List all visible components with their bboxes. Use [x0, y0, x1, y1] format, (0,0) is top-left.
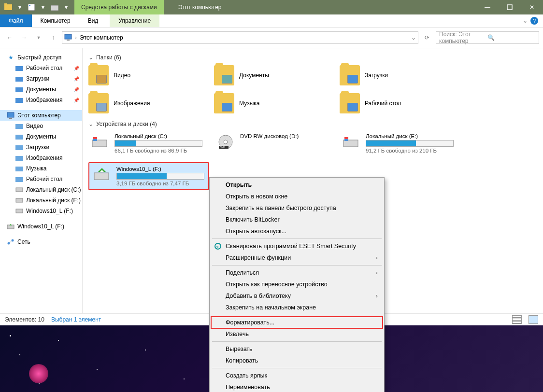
qat-more-icon[interactable]: ▾ [62, 3, 71, 12]
sidebar-item-label: Изображения [26, 97, 62, 103]
qat-dropdown2-icon[interactable]: ▾ [39, 3, 47, 12]
menu-item[interactable]: Переименовать [211, 381, 383, 392]
address-dropdown-icon[interactable]: ⌄ [411, 34, 416, 41]
ribbon-tab-computer[interactable]: Компьютер [32, 14, 79, 27]
navigation-pane: ★Быстрый доступ Рабочий стол📌Загрузки📌До… [0, 48, 83, 313]
svg-rect-7 [67, 40, 70, 41]
svg-rect-21 [16, 198, 23, 202]
svg-rect-23 [7, 225, 14, 229]
menu-item[interactable]: Вырезать [211, 343, 383, 355]
tiles-view-button[interactable] [529, 315, 538, 324]
sidebar-pc-item[interactable]: Локальный диск (E:) [0, 195, 82, 206]
menu-item[interactable]: Поделиться› [211, 267, 383, 279]
sidebar-item-label: Рабочий стол [26, 176, 62, 182]
svg-rect-12 [7, 112, 14, 117]
drive-item[interactable]: DVDDVD RW дисковод (D:) [214, 131, 335, 155]
svg-rect-15 [15, 135, 23, 140]
svg-rect-10 [15, 87, 23, 92]
library-icon [15, 122, 23, 130]
svg-rect-35 [343, 140, 358, 147]
address-bar-row: ← → ▼ ↑ › Этот компьютер ⌄ ⟳ Поиск: Этот… [0, 28, 543, 48]
menu-item[interactable]: Закрепить на панели быстрого доступа [211, 202, 383, 214]
nav-back-button[interactable]: ← [4, 32, 15, 43]
search-input[interactable]: Поиск: Этот компьютер 🔍 [436, 31, 539, 44]
menu-item[interactable]: Форматировать... [211, 317, 383, 328]
sidebar-pc-item[interactable]: Документы [0, 131, 82, 142]
folder-label: Рабочий стол [365, 100, 401, 107]
sidebar-extra-drive[interactable]: Windows10_L (F:) [0, 221, 82, 232]
sidebar-quick-item[interactable]: Рабочий стол📌 [0, 63, 82, 73]
nav-forward-button[interactable]: → [18, 32, 30, 43]
menu-item-label: Сканировать программой ESET Smart Securi… [226, 243, 356, 250]
menu-item-label: Добавить в библиотеку [226, 293, 291, 299]
folder-icon [340, 65, 360, 85]
drive-item[interactable]: Локальный диск (C:)66,1 ГБ свободно из 8… [88, 131, 209, 155]
menu-item[interactable]: Открыть [211, 179, 383, 191]
folders-group-header[interactable]: ⌄Папки (6) [88, 54, 537, 61]
menu-item[interactable]: Добавить в библиотеку› [211, 290, 383, 302]
menu-separator [212, 315, 382, 315]
help-icon[interactable]: ? [530, 17, 538, 25]
menu-item-label: Открыть как переносное устройство [226, 281, 328, 288]
sidebar-pc-item[interactable]: Музыка [0, 163, 82, 174]
properties-icon[interactable] [27, 3, 36, 12]
folder-item[interactable]: Документы [214, 65, 335, 86]
svg-rect-14 [15, 124, 23, 129]
refresh-button[interactable]: ⟳ [421, 32, 433, 43]
menu-item[interactable]: Копировать [211, 355, 383, 366]
menu-item[interactable]: Расширенные функции› [211, 252, 383, 264]
menu-item[interactable]: Извлечь [211, 328, 383, 340]
sidebar-network[interactable]: Сеть [0, 237, 82, 247]
menu-item-label: Открыть в новом окне [226, 193, 287, 200]
details-view-button[interactable] [512, 315, 522, 324]
sidebar-pc-item[interactable]: Windows10_L (F:) [0, 206, 82, 216]
menu-item[interactable]: Включить BitLocker [211, 214, 383, 225]
qat-dropdown-icon[interactable]: ▾ [15, 3, 24, 12]
close-button[interactable]: ✕ [521, 0, 543, 14]
menu-item[interactable]: Открыть автозапуск... [211, 225, 383, 237]
sidebar-pc-item[interactable]: Видео [0, 121, 82, 131]
menu-item[interactable]: Открыть в новом окне [211, 191, 383, 202]
menu-item[interactable]: Создать ярлык [211, 370, 383, 381]
folder-item[interactable]: Рабочий стол [340, 93, 460, 114]
minimize-button[interactable]: — [476, 0, 499, 14]
new-folder-icon[interactable] [50, 3, 59, 12]
menu-item[interactable]: Открыть как переносное устройство [211, 279, 383, 290]
menu-item[interactable]: Закрепить на начальном экране [211, 302, 383, 313]
drives-group-header[interactable]: ⌄Устройства и диски (4) [88, 121, 537, 127]
folder-item[interactable]: Музыка [214, 93, 335, 114]
drive-name: DVD RW дисковод (D:) [240, 133, 333, 139]
pin-icon: 📌 [73, 98, 79, 103]
folder-item[interactable]: Загрузки [340, 65, 460, 86]
drive-item[interactable]: Локальный диск (E:)91,2 ГБ свободно из 2… [340, 131, 460, 155]
library-icon [15, 133, 23, 140]
ribbon-expand-icon[interactable]: ⌄ [523, 17, 528, 24]
sidebar-quick-access[interactable]: ★Быстрый доступ [0, 52, 82, 63]
nav-up-button[interactable]: ↑ [47, 32, 59, 43]
nav-recent-dropdown[interactable]: ▼ [33, 32, 44, 43]
sidebar-pc-item[interactable]: Изображения [0, 153, 82, 163]
ribbon-tab-file[interactable]: Файл [0, 14, 32, 27]
folder-icon [15, 64, 23, 72]
address-bar[interactable]: › Этот компьютер ⌄ [62, 31, 418, 44]
drive-free-space: 66,1 ГБ свободно из 86,9 ГБ [114, 148, 207, 154]
drive-item[interactable]: Windows10_L (F:)3,19 ГБ свободно из 7,47… [88, 162, 209, 190]
ribbon-tab-manage[interactable]: Управление [110, 14, 159, 27]
sidebar-pc-item[interactable]: Рабочий стол [0, 174, 82, 184]
menu-item[interactable]: eСканировать программой ESET Smart Secur… [211, 240, 383, 252]
sidebar-pc-item[interactable]: Загрузки [0, 142, 82, 153]
sidebar-this-pc[interactable]: Этот компьютер [0, 110, 82, 121]
drive-free-space: 91,2 ГБ свободно из 210 ГБ [366, 148, 458, 154]
sidebar-quick-item[interactable]: Изображения📌 [0, 95, 82, 105]
explorer-icon[interactable] [4, 3, 13, 12]
folder-item[interactable]: Изображения [88, 93, 209, 114]
sidebar-quick-item[interactable]: Загрузки📌 [0, 73, 82, 84]
folder-item[interactable]: Видео [88, 65, 209, 86]
maximize-button[interactable] [499, 0, 521, 14]
sidebar-item-label: Windows10_L (F:) [26, 208, 73, 214]
sidebar-pc-item[interactable]: Локальный диск (C:) [0, 184, 82, 195]
sidebar-quick-item[interactable]: Документы📌 [0, 84, 82, 95]
ribbon-tab-view[interactable]: Вид [79, 14, 107, 27]
svg-rect-3 [29, 5, 30, 6]
svg-rect-1 [4, 3, 7, 5]
